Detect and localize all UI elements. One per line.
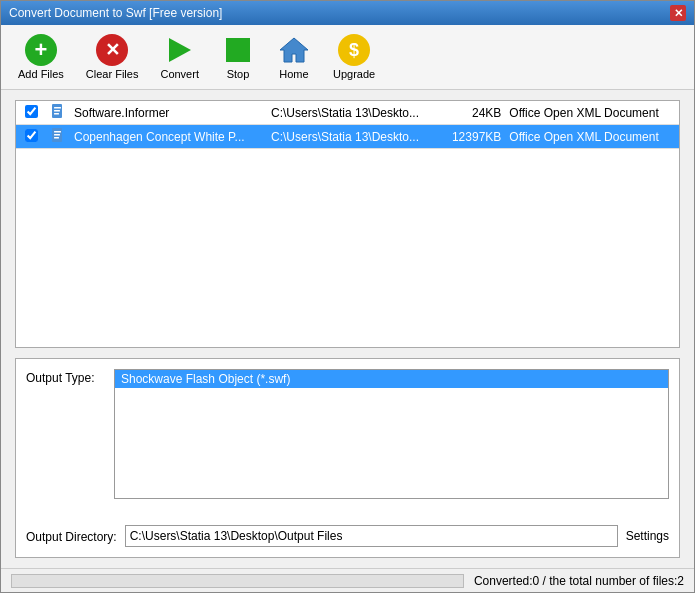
settings-button[interactable]: Settings <box>626 529 669 543</box>
convert-button[interactable]: Convert <box>151 29 208 85</box>
upgrade-label: Upgrade <box>333 68 375 80</box>
file-icon <box>46 101 70 125</box>
svg-rect-3 <box>54 110 60 112</box>
file-name: Software.Informer <box>70 101 267 125</box>
file-table-container: Software.Informer C:\Users\Statia 13\Des… <box>15 100 680 348</box>
home-label: Home <box>279 68 308 80</box>
file-size: 12397KB <box>439 125 505 149</box>
convert-icon <box>164 34 196 66</box>
close-button[interactable]: ✕ <box>670 5 686 21</box>
row-checkbox[interactable] <box>16 125 46 149</box>
window-title: Convert Document to Swf [Free version] <box>9 6 222 20</box>
file-path: C:\Users\Statia 13\Deskto... <box>267 125 439 149</box>
status-text: Converted:0 / the total number of files:… <box>474 574 684 588</box>
home-icon <box>278 34 310 66</box>
stop-button[interactable]: Stop <box>212 29 264 85</box>
add-files-button[interactable]: + Add Files <box>9 29 73 85</box>
add-icon: + <box>25 34 57 66</box>
output-panel: Output Type: Shockwave Flash Object (*.s… <box>15 358 680 558</box>
file-table: Software.Informer C:\Users\Statia 13\Des… <box>16 101 679 149</box>
output-dir-row: Output Directory: Settings <box>26 525 669 547</box>
row-checkbox[interactable] <box>16 101 46 125</box>
progress-bar <box>11 574 464 588</box>
svg-marker-0 <box>280 38 308 62</box>
file-name: Copenhagen Concept White P... <box>70 125 267 149</box>
clear-files-label: Clear Files <box>86 68 139 80</box>
clear-files-button[interactable]: ✕ Clear Files <box>77 29 148 85</box>
clear-icon: ✕ <box>96 34 128 66</box>
output-dir-input[interactable] <box>125 525 618 547</box>
upgrade-icon: $ <box>338 34 370 66</box>
file-type: Office Open XML Document <box>505 125 679 149</box>
main-content: Software.Informer C:\Users\Statia 13\Des… <box>1 90 694 568</box>
upgrade-button[interactable]: $ Upgrade <box>324 29 384 85</box>
output-option-swf[interactable]: Shockwave Flash Object (*.swf) <box>115 370 668 388</box>
svg-rect-7 <box>54 134 60 136</box>
toolbar: + Add Files ✕ Clear Files Convert Stop <box>1 25 694 90</box>
file-type: Office Open XML Document <box>505 101 679 125</box>
file-icon <box>46 125 70 149</box>
table-row[interactable]: Copenhagen Concept White P... C:\Users\S… <box>16 125 679 149</box>
table-row[interactable]: Software.Informer C:\Users\Statia 13\Des… <box>16 101 679 125</box>
svg-rect-6 <box>54 131 61 133</box>
title-bar: Convert Document to Swf [Free version] ✕ <box>1 1 694 25</box>
add-files-label: Add Files <box>18 68 64 80</box>
svg-rect-2 <box>54 107 61 109</box>
stop-icon <box>222 34 254 66</box>
status-bar: Converted:0 / the total number of files:… <box>1 568 694 592</box>
output-dir-label: Output Directory: <box>26 528 117 544</box>
stop-label: Stop <box>227 68 250 80</box>
output-type-label: Output Type: <box>26 369 106 385</box>
home-button[interactable]: Home <box>268 29 320 85</box>
svg-rect-4 <box>54 113 59 115</box>
output-type-listbox[interactable]: Shockwave Flash Object (*.swf) <box>114 369 669 499</box>
file-size: 24KB <box>439 101 505 125</box>
file-path: C:\Users\Statia 13\Deskto... <box>267 101 439 125</box>
main-window: Convert Document to Swf [Free version] ✕… <box>0 0 695 593</box>
svg-rect-8 <box>54 137 59 139</box>
convert-label: Convert <box>160 68 199 80</box>
output-type-row: Output Type: Shockwave Flash Object (*.s… <box>26 369 669 499</box>
